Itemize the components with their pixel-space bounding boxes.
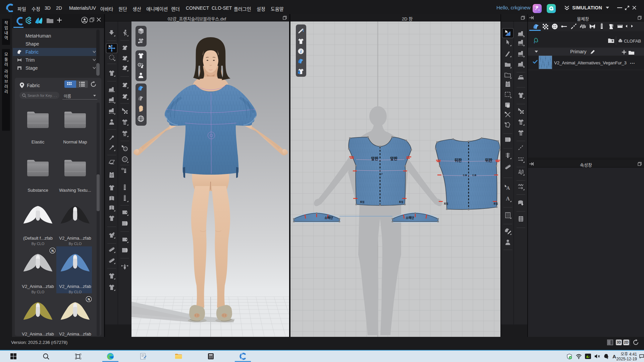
svg-text:소매단: 소매단	[406, 216, 415, 220]
svg-text:뒤판: 뒤판	[485, 158, 492, 163]
svg-text:C.B: C.B	[463, 174, 467, 176]
svg-text:N: N	[51, 249, 54, 253]
svg-text:소매단: 소매단	[325, 216, 333, 220]
svg-text:앞판: 앞판	[390, 156, 397, 161]
svg-text:C.B: C.B	[472, 174, 476, 176]
svg-text:i: i	[300, 49, 302, 54]
svg-text:A: A	[506, 185, 510, 191]
svg-text:뒤판: 뒤판	[454, 158, 462, 163]
svg-text:트임: 트임	[444, 202, 448, 205]
svg-text:트임: 트임	[399, 200, 404, 203]
svg-text:트임: 트임	[494, 202, 498, 205]
svg-text:C.F: C.F	[379, 173, 383, 175]
svg-text:앞판: 앞판	[371, 156, 378, 161]
svg-text:트임: 트임	[360, 200, 365, 203]
svg-text:N: N	[88, 298, 90, 301]
svg-text:A: A	[506, 196, 510, 201]
